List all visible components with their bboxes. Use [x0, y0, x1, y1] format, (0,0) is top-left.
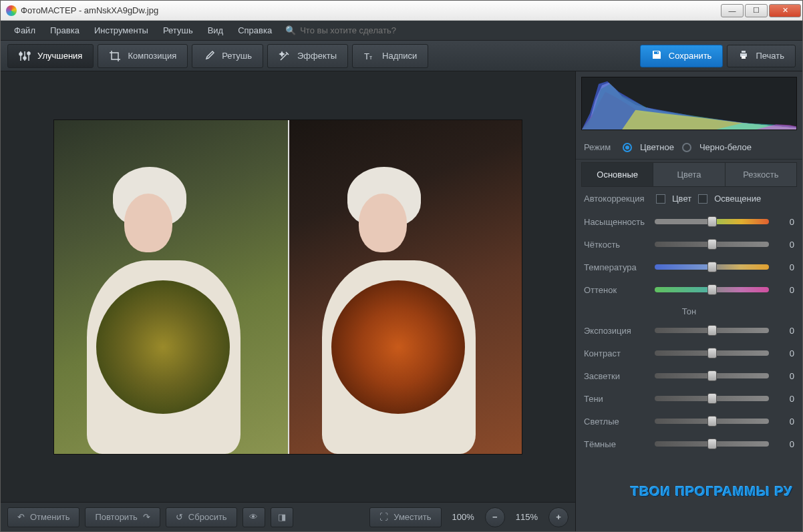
slider-exposure-track[interactable]: [655, 328, 769, 333]
autocorrect-row: Автокоррекция Цвет Освещение: [584, 194, 794, 204]
image-after: [288, 120, 522, 454]
slider-exposure: Экспозиция 0: [584, 320, 794, 340]
menu-tools[interactable]: Инструменты: [88, 23, 155, 38]
slider-temperature-track[interactable]: [655, 264, 769, 270]
slider-blacks: Тёмные 0: [584, 434, 794, 454]
reset-button[interactable]: ↺ Сбросить: [166, 507, 237, 527]
mode-row: Режим Цветное Черно-белое: [576, 136, 802, 160]
checkbox-color[interactable]: [656, 194, 665, 204]
menu-view[interactable]: Вид: [201, 23, 230, 38]
undo-icon: ↶: [17, 512, 25, 522]
zoom-out-button[interactable]: −: [485, 507, 505, 527]
slider-hue: Оттенок 0: [584, 280, 794, 300]
image-before: [54, 120, 288, 454]
histogram[interactable]: [581, 77, 797, 130]
menu-file[interactable]: Файл: [7, 23, 42, 38]
maximize-button[interactable]: ☐: [745, 4, 768, 17]
slider-thumb[interactable]: [707, 416, 717, 427]
checkbox-light[interactable]: [698, 194, 707, 204]
side-tabs: Основные Цвета Резкость: [581, 162, 797, 187]
slider-thumb[interactable]: [707, 348, 717, 358]
tab-text[interactable]: Tт Надписи: [352, 44, 428, 68]
sliders-icon: [19, 50, 31, 62]
redo-label: Повторить: [95, 512, 137, 522]
radio-color-label[interactable]: Цветное: [640, 142, 674, 152]
svg-point-1: [19, 53, 22, 55]
brush-icon: [203, 50, 215, 62]
redo-icon: ↷: [143, 512, 150, 522]
slider-clarity-track[interactable]: [655, 242, 769, 247]
search-icon: 🔍: [285, 25, 296, 35]
slider-shadows-track[interactable]: [655, 396, 769, 401]
search-box: 🔍: [285, 25, 434, 35]
close-button[interactable]: ✕: [769, 4, 801, 17]
radio-color[interactable]: [623, 143, 632, 152]
compare-view: [53, 119, 522, 455]
zoom-fit-label: 100%: [447, 512, 480, 522]
slider-thumb[interactable]: [707, 325, 717, 336]
preview-button[interactable]: 👁: [243, 507, 265, 527]
zoom-in-button[interactable]: +: [548, 507, 569, 527]
save-button[interactable]: Сохранить: [640, 45, 724, 67]
compare-icon: ◨: [278, 512, 286, 522]
slider-whites: Светлые 0: [584, 411, 794, 431]
print-label: Печать: [756, 51, 784, 61]
slider-thumb[interactable]: [707, 216, 717, 227]
window-title: ФотоМАСТЕР - amNskXA9gDw.jpg: [21, 5, 719, 15]
sidetab-colors[interactable]: Цвета: [653, 162, 725, 187]
text-icon: Tт: [363, 50, 375, 62]
fit-label: Уместить: [393, 512, 431, 522]
save-label: Сохранить: [669, 51, 712, 61]
side-panel: Режим Цветное Черно-белое Основные Цвета…: [575, 71, 802, 531]
tab-composition[interactable]: Композиция: [98, 44, 188, 68]
slider-blacks-track[interactable]: [655, 441, 769, 447]
slider-thumb[interactable]: [707, 239, 717, 250]
titlebar: ФотоМАСТЕР - amNskXA9gDw.jpg — ☐ ✕: [1, 1, 802, 21]
slider-thumb[interactable]: [707, 262, 717, 272]
slider-thumb[interactable]: [707, 284, 717, 295]
menu-retouch[interactable]: Ретушь: [156, 23, 200, 38]
autocorrect-label: Автокоррекция: [584, 194, 649, 204]
slider-whites-track[interactable]: [655, 419, 769, 424]
slider-thumb[interactable]: [707, 370, 717, 381]
menu-help[interactable]: Справка: [231, 23, 279, 38]
sidetab-basic[interactable]: Основные: [581, 162, 653, 187]
slider-saturation-track[interactable]: [655, 219, 769, 224]
checkbox-light-label[interactable]: Освещение: [714, 194, 761, 204]
slider-hue-track[interactable]: [655, 287, 769, 292]
tab-label: Ретушь: [222, 51, 252, 61]
undo-label: Отменить: [30, 512, 69, 522]
app-icon: [6, 5, 17, 16]
compare-toggle-button[interactable]: ◨: [271, 507, 293, 527]
sidetab-sharp[interactable]: Резкость: [726, 162, 797, 187]
bottom-bar: ↶ Отменить Повторить ↷ ↺ Сбросить 👁: [1, 502, 575, 531]
search-input[interactable]: [300, 25, 434, 35]
svg-point-3: [23, 57, 26, 59]
minimize-button[interactable]: —: [721, 4, 744, 17]
menu-edit[interactable]: Правка: [43, 23, 86, 38]
tab-retouch[interactable]: Ретушь: [192, 44, 263, 68]
tab-enhance[interactable]: Улучшения: [7, 44, 94, 68]
wand-icon: [279, 50, 291, 62]
print-button[interactable]: Печать: [727, 45, 796, 67]
svg-rect-9: [742, 51, 746, 53]
slider-thumb[interactable]: [707, 439, 717, 449]
svg-text:т: т: [369, 54, 372, 61]
fit-button[interactable]: ⛶ Уместить: [369, 507, 441, 527]
radio-bw[interactable]: [682, 143, 691, 152]
redo-button[interactable]: Повторить ↷: [85, 507, 160, 527]
undo-button[interactable]: ↶ Отменить: [7, 507, 79, 527]
radio-bw-label[interactable]: Черно-белое: [699, 142, 752, 152]
slider-highlights-track[interactable]: [655, 373, 769, 378]
tone-section-title: Тон: [584, 302, 794, 318]
tab-label: Надписи: [382, 51, 417, 61]
toolbar: Улучшения Композиция Ретушь Эффекты: [1, 41, 802, 71]
canvas-view[interactable]: [1, 71, 575, 502]
slider-highlights: Засветки 0: [584, 366, 794, 386]
app-window: ФотоМАСТЕР - amNskXA9gDw.jpg — ☐ ✕ Файл …: [0, 0, 803, 532]
controls-panel: Автокоррекция Цвет Освещение Насыщенност…: [576, 187, 802, 531]
tab-effects[interactable]: Эффекты: [267, 44, 348, 68]
checkbox-color-label[interactable]: Цвет: [672, 194, 691, 204]
slider-contrast-track[interactable]: [655, 350, 769, 356]
slider-thumb[interactable]: [707, 393, 717, 404]
